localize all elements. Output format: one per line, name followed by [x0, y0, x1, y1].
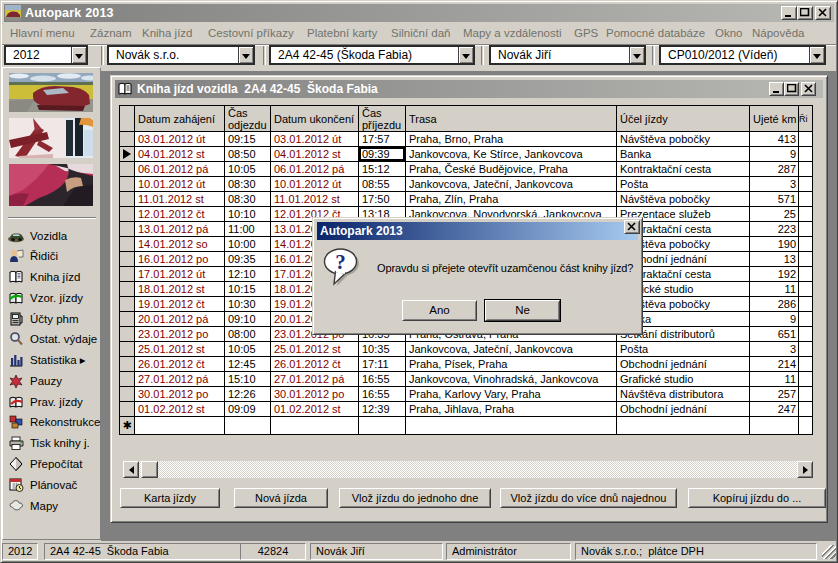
svg-text:?: ?: [335, 250, 346, 274]
